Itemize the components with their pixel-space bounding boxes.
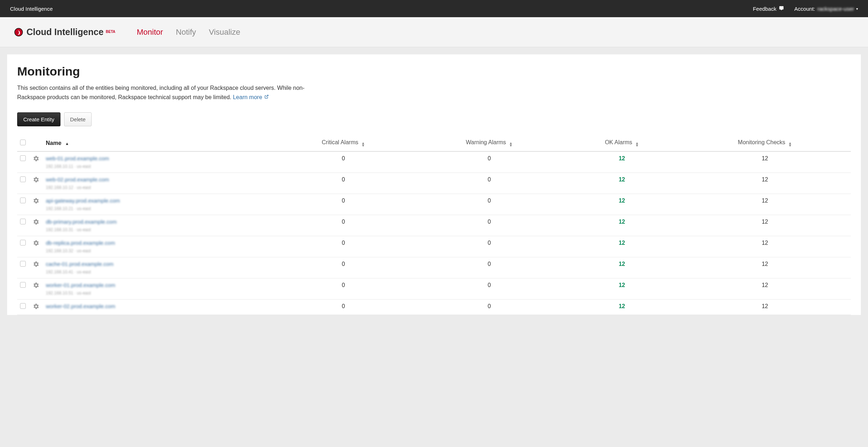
table-row: web-02.prod.example.com192.168.10.12 · u… (17, 173, 851, 194)
table-row: api-gateway.prod.example.com192.168.10.2… (17, 194, 851, 215)
entity-name-link[interactable]: web-02.prod.example.com (46, 176, 109, 183)
entity-subtext: 192.168.10.32 · us-east (46, 248, 270, 253)
cell-ok: 12 (619, 198, 625, 204)
table-row: db-replica.prod.example.com192.168.10.32… (17, 236, 851, 257)
cell-warning: 0 (414, 194, 565, 215)
cell-ok: 12 (619, 240, 625, 246)
table-row: cache-01.prod.example.com192.168.10.41 ·… (17, 257, 851, 278)
topbar-brand[interactable]: Cloud Intelligence (10, 6, 53, 12)
page-description: This section contains all of the entitie… (17, 83, 314, 102)
topbar-brand-text: Cloud Intelligence (10, 6, 53, 12)
col-ok-label: OK Alarms (605, 139, 632, 145)
nav-tabs: Monitor Notify Visualize (137, 28, 240, 37)
cell-checks: 12 (679, 151, 851, 173)
cell-critical: 0 (273, 300, 414, 315)
select-all-checkbox[interactable] (20, 140, 26, 145)
tab-notify[interactable]: Notify (176, 28, 196, 37)
cell-warning: 0 (414, 300, 565, 315)
external-link-icon (264, 94, 269, 100)
account-value: rackspace-user (817, 6, 854, 12)
gear-icon[interactable] (33, 199, 39, 205)
row-checkbox[interactable] (20, 198, 26, 203)
page-title: Monitoring (17, 64, 851, 78)
entity-name-link[interactable]: cache-01.prod.example.com (46, 261, 113, 267)
create-entity-button[interactable]: Create Entity (17, 112, 60, 126)
brand[interactable]: Cloud Intelligence BETA (14, 27, 115, 37)
sort-ascending-icon: ▲ (65, 141, 69, 146)
svg-line-2 (266, 95, 268, 97)
row-checkbox[interactable] (20, 155, 26, 161)
learn-more-link[interactable]: Learn more (233, 94, 269, 100)
col-name[interactable]: Name ▲ (43, 135, 273, 151)
cell-ok: 12 (619, 176, 625, 183)
gear-icon[interactable] (33, 157, 39, 163)
cell-checks: 12 (679, 194, 851, 215)
row-checkbox[interactable] (20, 261, 26, 267)
cell-ok: 12 (619, 155, 625, 161)
cell-critical: 0 (273, 257, 414, 278)
gear-icon[interactable] (33, 283, 39, 290)
cell-ok: 12 (619, 261, 625, 267)
entity-subtext: 192.168.10.11 · us-east (46, 164, 270, 169)
entity-subtext: 192.168.10.12 · us-east (46, 185, 270, 190)
account-label: Account: (794, 6, 815, 12)
table-row: worker-02.prod.example.com001212 (17, 300, 851, 315)
feedback-label: Feedback (753, 6, 776, 12)
entity-name-link[interactable]: db-replica.prod.example.com (46, 240, 115, 246)
brand-text: Cloud Intelligence (26, 27, 103, 37)
cell-warning: 0 (414, 236, 565, 257)
account-menu[interactable]: Account: rackspace-user ▾ (794, 6, 858, 12)
row-checkbox[interactable] (20, 219, 26, 224)
entity-name-link[interactable]: web-01.prod.example.com (46, 155, 109, 161)
row-checkbox[interactable] (20, 282, 26, 288)
cell-warning: 0 (414, 151, 565, 173)
entity-subtext: 192.168.10.31 · us-east (46, 227, 270, 232)
cell-warning: 0 (414, 173, 565, 194)
table-row: worker-01.prod.example.com192.168.10.51 … (17, 278, 851, 300)
delete-button[interactable]: Delete (64, 112, 92, 126)
cell-critical: 0 (273, 173, 414, 194)
subheader: Cloud Intelligence BETA Monitor Notify V… (0, 17, 868, 47)
cell-warning: 0 (414, 215, 565, 236)
cell-ok: 12 (619, 303, 625, 309)
tab-visualize[interactable]: Visualize (209, 28, 240, 37)
tab-monitor[interactable]: Monitor (137, 28, 163, 37)
cell-critical: 0 (273, 278, 414, 300)
row-checkbox[interactable] (20, 303, 26, 309)
cell-checks: 12 (679, 300, 851, 315)
cell-critical: 0 (273, 151, 414, 173)
entity-name-link[interactable]: api-gateway.prod.example.com (46, 198, 120, 204)
sort-icon: ▲▼ (509, 142, 513, 147)
gear-icon[interactable] (33, 305, 39, 311)
cell-checks: 12 (679, 173, 851, 194)
cell-checks: 12 (679, 215, 851, 236)
col-warning[interactable]: Warning Alarms ▲▼ (414, 135, 565, 151)
col-ok[interactable]: OK Alarms ▲▼ (565, 135, 679, 151)
chevron-down-icon: ▾ (856, 7, 858, 11)
gear-icon[interactable] (33, 241, 39, 247)
cell-checks: 12 (679, 257, 851, 278)
comment-icon (779, 6, 784, 12)
table-row: db-primary.prod.example.com192.168.10.31… (17, 215, 851, 236)
col-checks[interactable]: Monitoring Checks ▲▼ (679, 135, 851, 151)
row-checkbox[interactable] (20, 240, 26, 246)
entity-subtext: 192.168.10.51 · us-east (46, 291, 270, 296)
action-buttons: Create Entity Delete (17, 112, 851, 126)
gear-icon[interactable] (33, 178, 39, 184)
gear-icon[interactable] (33, 262, 39, 268)
col-critical-label: Critical Alarms (322, 139, 358, 145)
entity-name-link[interactable]: worker-02.prod.example.com (46, 303, 115, 309)
sort-icon: ▲▼ (635, 142, 639, 147)
sort-icon: ▲▼ (788, 142, 792, 147)
topbar: Cloud Intelligence Feedback Account: rac… (0, 0, 868, 17)
entity-name-link[interactable]: db-primary.prod.example.com (46, 219, 117, 225)
cell-checks: 12 (679, 278, 851, 300)
feedback-link[interactable]: Feedback (753, 6, 784, 12)
learn-more-text: Learn more (233, 94, 262, 100)
gear-icon[interactable] (33, 220, 39, 226)
cell-critical: 0 (273, 215, 414, 236)
beta-badge: BETA (106, 30, 115, 34)
entity-name-link[interactable]: worker-01.prod.example.com (46, 282, 115, 288)
col-critical[interactable]: Critical Alarms ▲▼ (273, 135, 414, 151)
row-checkbox[interactable] (20, 176, 26, 182)
